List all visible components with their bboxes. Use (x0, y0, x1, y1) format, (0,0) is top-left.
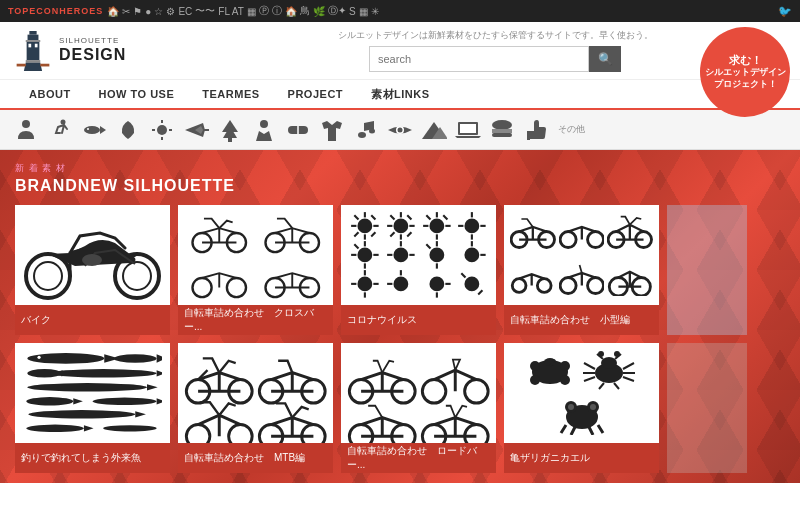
svg-point-162 (530, 361, 540, 371)
card-bicycles[interactable]: 自転車詰め合わせ クロスバー... (178, 205, 333, 335)
svg-point-107 (429, 277, 444, 292)
svg-point-149 (186, 425, 210, 443)
svg-point-152 (301, 425, 325, 443)
svg-point-14 (87, 128, 89, 130)
svg-point-11 (61, 119, 66, 124)
card-corona-image (341, 205, 496, 305)
svg-point-169 (598, 351, 604, 357)
home-icon[interactable]: 🏠 (107, 6, 119, 17)
svg-line-67 (407, 215, 411, 219)
cat-more-label[interactable]: その他 (558, 123, 585, 136)
cat-eye-icon[interactable] (384, 114, 416, 146)
svg-point-140 (28, 410, 135, 419)
svg-rect-5 (35, 43, 38, 47)
cat-burger-icon[interactable] (486, 114, 518, 146)
svg-point-138 (93, 397, 157, 404)
pin-icon[interactable]: Ⓟ (259, 4, 269, 18)
logo-area: SILHOUETTE DESIGN (15, 31, 205, 71)
svg-point-150 (229, 425, 253, 443)
twitter-icon[interactable]: 🐦 (778, 5, 792, 18)
card-animals-image (504, 343, 659, 443)
cat-plane-icon[interactable] (180, 114, 212, 146)
svg-point-121 (560, 277, 576, 293)
circle-icon[interactable]: ● (145, 6, 151, 17)
cat-shirt-icon[interactable] (316, 114, 348, 146)
cat-sun-icon[interactable] (146, 114, 178, 146)
svg-marker-129 (157, 354, 162, 363)
svg-line-60 (371, 232, 375, 236)
svg-point-175 (590, 404, 596, 410)
card-animals[interactable]: 亀ザリガニカエル (504, 343, 659, 473)
nav-about[interactable]: ABOUT (15, 79, 85, 109)
cat-person-icon[interactable] (10, 114, 42, 146)
asterisk-icon[interactable]: ✳ (371, 6, 379, 17)
svg-line-111 (462, 274, 466, 278)
wave-icon[interactable]: 〜〜 (195, 4, 215, 18)
cat-pill-icon[interactable] (282, 114, 314, 146)
bird-icon[interactable]: 鳥 (300, 4, 310, 18)
header-center: シルエットデザインは新鮮素材をひたすら保管するサイトです。早く使おう。 🔍 (205, 29, 785, 72)
cat-music-icon[interactable] (350, 114, 382, 146)
side-panel (667, 205, 747, 473)
nav-tearmes[interactable]: TEARMES (188, 79, 273, 109)
card-road-bike-image (341, 343, 496, 443)
card-corona[interactable]: コロナウイルス (341, 205, 496, 335)
flag-icon[interactable]: ⚑ (133, 6, 142, 17)
grid-icon[interactable]: ▦ (247, 6, 256, 17)
ec-icon[interactable]: EC (178, 6, 192, 17)
cat-leaf-icon[interactable] (112, 114, 144, 146)
card-motorcycle[interactable]: バイク (15, 205, 170, 335)
svg-point-24 (260, 120, 268, 128)
home2-icon[interactable]: 🏠 (285, 6, 297, 17)
card-bicycles-image (178, 205, 333, 305)
gear-icon[interactable]: ⚙ (166, 6, 175, 17)
svg-point-104 (393, 277, 408, 292)
svg-point-174 (568, 404, 574, 410)
cat-fish-icon[interactable] (78, 114, 110, 146)
svg-point-48 (192, 278, 211, 297)
nav-how-to-use[interactable]: HOW TO USE (85, 79, 189, 109)
s-icon[interactable]: S (349, 6, 356, 17)
svg-rect-20 (203, 129, 209, 131)
svg-rect-36 (492, 129, 512, 133)
svg-point-127 (37, 356, 40, 359)
star-icon[interactable]: ☆ (154, 6, 163, 17)
svg-marker-13 (100, 126, 106, 134)
svg-rect-1 (28, 34, 39, 39)
card-small-bikes-label: 自転車詰め合わせ 小型編 (504, 305, 659, 335)
search-input[interactable] (369, 46, 589, 72)
nav-sozai-links[interactable]: 素材LINKS (357, 79, 444, 109)
svg-rect-34 (460, 124, 476, 133)
card-fish[interactable]: 釣りで釣れてしまう外来魚 (15, 343, 170, 473)
svg-point-120 (537, 278, 551, 292)
nav-project[interactable]: PROJECT (274, 79, 357, 109)
svg-point-158 (392, 425, 416, 443)
svg-point-77 (465, 218, 480, 233)
card-road-bike[interactable]: 自転車詰め合わせ ロードバー... (341, 343, 496, 473)
card-small-bikes[interactable]: 自転車詰め合わせ 小型編 (504, 205, 659, 335)
svg-marker-141 (135, 411, 146, 417)
flat-icon[interactable]: FL AT (218, 6, 244, 17)
top-bar-left: TOPECONHEROES 🏠 ✂ ⚑ ● ☆ ⚙ EC 〜〜 FL AT ▦ … (8, 4, 379, 18)
leaf-icon[interactable]: 🌿 (313, 6, 325, 17)
cat-thumbsup-icon[interactable] (520, 114, 552, 146)
cat-person2-icon[interactable] (248, 114, 280, 146)
svg-point-136 (26, 397, 73, 406)
df-icon[interactable]: Ⓓ✦ (328, 4, 346, 18)
cat-run-icon[interactable] (44, 114, 76, 146)
svg-point-30 (398, 127, 403, 132)
hash-icon[interactable]: ▦ (359, 6, 368, 17)
scissors-icon[interactable]: ✂ (122, 6, 130, 17)
svg-point-110 (465, 277, 480, 292)
search-button[interactable]: 🔍 (589, 46, 621, 72)
cat-mountain-icon[interactable] (418, 114, 450, 146)
svg-line-95 (426, 244, 430, 248)
card-mtb[interactable]: 自転車詰め合わせ MTB編 (178, 343, 333, 473)
cta-badge[interactable]: 求む！ シルエットデザイン プロジェクト！ (700, 27, 790, 117)
info-icon[interactable]: ⓘ (272, 4, 282, 18)
cat-tree-icon[interactable] (214, 114, 246, 146)
svg-marker-137 (73, 398, 83, 404)
cat-laptop-icon[interactable] (452, 114, 484, 146)
svg-point-151 (259, 425, 283, 443)
svg-point-52 (357, 218, 372, 233)
